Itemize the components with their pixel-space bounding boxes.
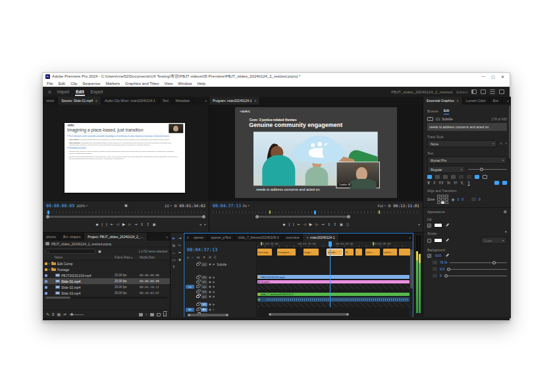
lock-icon[interactable] [196, 281, 199, 283]
leading-icon[interactable] [475, 175, 479, 179]
rotation-value[interactable]: 0 [479, 197, 481, 201]
comparison-view-button[interactable]: ◫ [346, 223, 350, 226]
fill-color-swatch[interactable] [434, 223, 442, 228]
panel-menu-icon[interactable]: ≡ [254, 99, 256, 103]
tracking-icon[interactable] [459, 175, 463, 179]
project-horizontal-scrollbar[interactable] [45, 297, 167, 299]
linked-selection-icon[interactable]: ⋈ [197, 256, 200, 259]
source-timecode[interactable]: 00:00:00:09 [46, 203, 74, 208]
timeline-vertical-scrollbar[interactable] [410, 248, 413, 311]
background-corner-value[interactable]: 0 [440, 274, 442, 278]
faux-bold-button[interactable]: T [427, 181, 430, 185]
align-left-button[interactable] [427, 175, 432, 179]
captions-menu-icon[interactable]: C [214, 256, 217, 259]
goto-in-button[interactable]: ⇤ [111, 223, 113, 226]
subtitle-clip[interactable]: what ... [365, 249, 380, 256]
column-name[interactable]: Name [43, 256, 115, 259]
insert-button[interactable]: ↥ [140, 223, 143, 226]
step-back-button[interactable]: ◁ [117, 223, 119, 226]
export-frame-button[interactable]: ▣ [340, 223, 343, 226]
sync-lock-icon[interactable]: ▣ [209, 276, 211, 279]
kerning-icon[interactable] [467, 175, 471, 179]
source-zoom-select[interactable]: 100%▾ [76, 204, 88, 208]
background-color-swatch[interactable] [434, 253, 442, 258]
align-justify-button[interactable] [451, 175, 456, 179]
tab-sequence-overview[interactable]: overview [283, 233, 304, 241]
stroke-color-swatch[interactable] [434, 238, 442, 243]
eg-scrollbar[interactable] [509, 106, 510, 159]
transform-x-value[interactable]: 0 [457, 197, 459, 201]
underline-button[interactable]: T [467, 181, 470, 185]
sequence-marker[interactable] [261, 242, 262, 245]
mark-out-button[interactable]: } [106, 223, 107, 226]
mute-icon[interactable]: ⌀ [187, 256, 189, 259]
step-forward-button[interactable]: ▷ [315, 223, 318, 226]
source-patch-v1[interactable]: V1 [186, 285, 194, 289]
button-overflow-icon[interactable]: » [199, 223, 201, 226]
scrollbar-thumb[interactable] [269, 313, 348, 316]
list-view-button[interactable]: ≡ [52, 312, 55, 316]
goto-in-button[interactable]: ⇤ [298, 223, 300, 226]
wrench-icon[interactable]: ⚙ [388, 203, 391, 208]
lock-icon[interactable] [196, 263, 199, 266]
clip-row-selected[interactable]: Slide 01.mp4 25.00 fps 00:00:00:09 [43, 278, 170, 284]
tab-width-icon[interactable] [483, 175, 487, 179]
label-chip[interactable] [45, 280, 47, 283]
clip-row[interactable]: Slide 02.mp4 25.00 fps 00:01:14:11 [43, 284, 170, 290]
faux-italic-button[interactable]: T [433, 181, 435, 185]
lock-icon[interactable] [196, 303, 199, 306]
subtitle-clip[interactable]: that eng... [257, 249, 272, 256]
program-zoom-bar[interactable] [255, 216, 350, 218]
add-button-icon[interactable]: + [204, 223, 206, 226]
lock-icon-locked[interactable] [196, 295, 199, 298]
subtitle-clip[interactable] [399, 249, 411, 256]
save-style-icon[interactable]: ✎ [500, 141, 502, 145]
add-marker-button[interactable]: ◆ [95, 223, 98, 226]
lift-button[interactable]: ↥ [328, 223, 330, 226]
timeline-settings-wrench-icon[interactable]: ⚙ [209, 256, 211, 259]
track-mute-icon[interactable]: ⌀ [213, 308, 214, 311]
appearance-settings-icon[interactable]: ⚙ [504, 209, 507, 214]
play-button[interactable]: ▶ [122, 222, 126, 226]
track-height-scrollbar[interactable] [187, 314, 253, 316]
tab-essential-sound[interactable]: Ess [490, 97, 502, 105]
type-tool[interactable]: T [171, 265, 177, 270]
sequence-marker[interactable] [373, 242, 374, 245]
add-marker-button[interactable]: ◆ [283, 223, 286, 226]
stroke-eyedropper-icon[interactable] [445, 239, 449, 243]
menu-help[interactable]: Help [198, 82, 205, 86]
menu-markers[interactable]: Markers [105, 82, 120, 86]
label-chip[interactable] [45, 292, 47, 295]
video-clip-pbjt[interactable]: PBJT20231219.mp4 [257, 275, 410, 279]
panel-menu-icon[interactable]: ≡ [186, 235, 190, 239]
superscript-button[interactable]: T¹ [454, 181, 457, 185]
razor-tool[interactable]: ✂ [177, 243, 183, 248]
tab-overflow-icon[interactable]: » [164, 233, 170, 241]
sync-lock-icon[interactable]: ▣ [209, 281, 211, 283]
workspaces-icon[interactable] [471, 89, 477, 94]
close-button[interactable]: ✕ [501, 74, 504, 79]
ripple-edit-tool[interactable]: ⇆ [171, 243, 177, 248]
search-input[interactable]: ⌕ [45, 249, 95, 254]
background-eyedropper-icon[interactable] [445, 254, 449, 258]
tab-export[interactable]: Export [90, 88, 104, 95]
rectangle-tool[interactable]: ▭ [171, 258, 177, 262]
small-caps-button[interactable]: Tt [447, 181, 450, 185]
menu-window[interactable]: Window [178, 82, 192, 86]
timeline-ruler[interactable]: 00:04:30:00 00:04:35:00 00:04:40:00 00:0… [257, 241, 410, 248]
program-fit-select[interactable]: Fit▾ [243, 204, 250, 208]
add-marker-icon[interactable]: ▼ [203, 256, 206, 259]
audio-clip[interactable] [257, 297, 410, 302]
lock-icon[interactable] [196, 308, 199, 311]
clip-row[interactable]: PBJT20231219.mp4 25.00 fps 00:00:00:00 [43, 272, 170, 278]
subtitle-clip[interactable]: ... [356, 249, 362, 256]
column-media-start[interactable]: Media Start [140, 256, 170, 259]
label-chip[interactable] [45, 286, 47, 289]
filter-bin-icon[interactable]: ▣ [98, 250, 101, 253]
home-icon[interactable]: ⌂ [48, 89, 51, 95]
label-chip[interactable] [45, 274, 47, 277]
tab-bin-photos[interactable]: photos [43, 233, 60, 241]
step-forward-button[interactable]: ▷ [128, 223, 131, 226]
hand-tool[interactable]: ✥ [177, 258, 183, 262]
program-scrubber[interactable] [209, 210, 423, 218]
